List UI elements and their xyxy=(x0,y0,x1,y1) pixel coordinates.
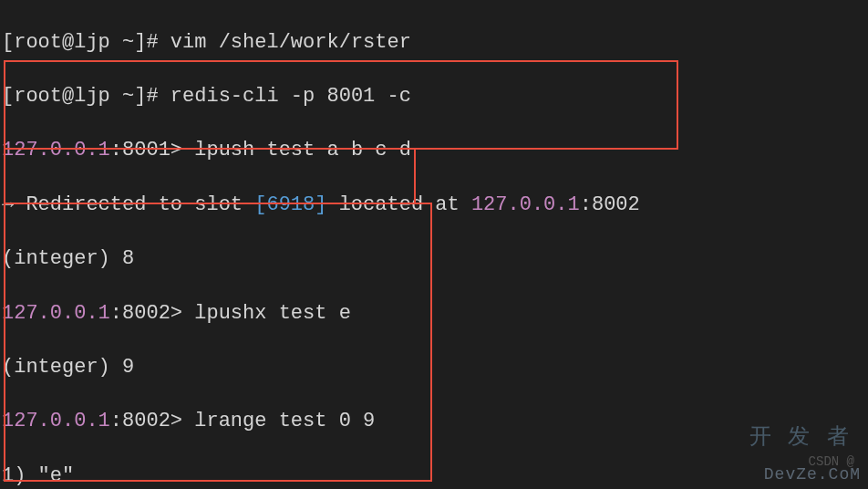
shell-line-2: [root@ljp ~]# redis-cli -p 8001 -c xyxy=(2,83,866,110)
shell-line-1: [root@ljp ~]# vim /shel/work/rster xyxy=(2,29,866,57)
redis-redirect: → Redirected to slot [6918] located at 1… xyxy=(2,192,866,219)
redis-cmd-lpush: 127.0.0.1:8001> lpush test a b c d xyxy=(2,137,866,164)
list-item: 1) "e" xyxy=(2,463,866,489)
watermark-cn: 开 发 者 xyxy=(749,421,854,451)
terminal-output[interactable]: [root@ljp ~]# vim /shel/work/rster [root… xyxy=(2,2,866,489)
redis-cmd-lrange: 127.0.0.1:8002> lrange test 0 9 xyxy=(2,408,866,435)
watermark-devze: DevZe.CoM xyxy=(764,463,861,485)
redis-result-1: (integer) 8 xyxy=(2,245,866,273)
redis-cmd-lpushx: 127.0.0.1:8002> lpushx test e xyxy=(2,300,866,328)
redis-result-2: (integer) 9 xyxy=(2,354,866,381)
